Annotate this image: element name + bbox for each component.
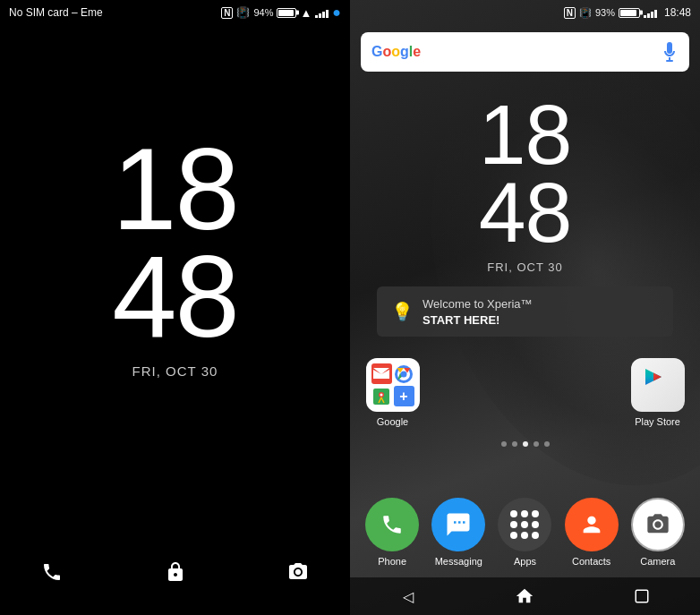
page-dot-1[interactable] — [501, 441, 507, 447]
messaging-icon — [431, 498, 485, 551]
lock-user-icon: ● — [332, 4, 341, 21]
home-battery-label: 93% — [595, 7, 615, 18]
lock-status-right: N 📳 94% ▲ ● — [221, 4, 341, 21]
welcome-banner[interactable]: 💡 Welcome to Xperia™ START HERE! — [377, 286, 673, 337]
home-battery-icon — [619, 8, 640, 18]
home-date: FRI, OCT 30 — [487, 261, 562, 274]
page-dots — [350, 441, 700, 447]
svg-rect-13 — [636, 590, 648, 602]
lock-unlock-button[interactable] — [159, 556, 192, 588]
welcome-title: Welcome to Xperia™ — [423, 297, 533, 311]
google-folder-label: Google — [377, 416, 408, 427]
vibrate-icon: 📳 — [236, 6, 250, 19]
svg-point-5 — [401, 371, 407, 377]
svg-rect-0 — [667, 42, 672, 54]
lock-time-container: 18 48 FRI, OCT 30 — [112, 0, 238, 538]
home-nfc-icon: N — [564, 7, 576, 19]
play-store-icon — [631, 358, 685, 412]
lock-battery-label: 94% — [253, 7, 273, 18]
lock-hour: 18 — [112, 131, 238, 247]
welcome-cta: START HERE! — [423, 313, 499, 327]
home-signal-icon — [644, 7, 657, 18]
apps-dock-label: Apps — [514, 556, 536, 567]
nav-home-button[interactable] — [507, 578, 542, 614]
google-search-input[interactable] — [426, 45, 661, 60]
apps-dock-item[interactable]: Apps — [496, 498, 554, 567]
bulb-icon: 💡 — [391, 301, 414, 322]
lock-date: FRI, OCT 30 — [132, 363, 218, 379]
phone-dock-label: Phone — [378, 556, 406, 567]
lock-wifi-icon: ▲ — [300, 6, 312, 20]
lock-screen: No SIM card – Eme N 📳 94% ▲ ● — [0, 0, 350, 615]
lock-bottom-actions — [0, 538, 350, 606]
page-dot-4[interactable] — [534, 441, 539, 447]
play-store-label: Play Store — [635, 416, 680, 427]
phone-dock-item[interactable]: Phone — [363, 498, 422, 567]
apps-icon — [498, 498, 551, 551]
home-vibrate-icon: 📳 — [579, 7, 592, 19]
home-time-container: 18 48 FRI, OCT 30 — [350, 92, 700, 274]
play-store-item[interactable]: Play Store — [628, 358, 687, 427]
lock-battery-icon — [277, 8, 296, 18]
contacts-dock-label: Contacts — [572, 556, 610, 567]
messaging-dock-label: Messaging — [435, 556, 482, 567]
home-screen: N 📳 93% 18:48 Google — [350, 0, 700, 615]
contacts-dock-item[interactable]: Contacts — [562, 498, 620, 567]
google-mic-icon[interactable] — [661, 40, 679, 64]
camera-dock-item[interactable]: Camera — [628, 498, 687, 567]
google-search-bar[interactable]: Google — [361, 32, 689, 72]
nav-back-button[interactable]: ◁ — [390, 578, 426, 614]
messaging-dock-item[interactable]: Messaging — [430, 498, 488, 567]
phone-icon — [365, 498, 419, 551]
home-nav-bar: ◁ — [350, 577, 700, 615]
home-dock: Phone Messaging — [350, 491, 700, 577]
google-folder-item[interactable]: + Google — [363, 358, 422, 427]
lock-camera-button[interactable] — [282, 556, 314, 588]
camera-dock-label: Camera — [640, 556, 675, 567]
welcome-text: Welcome to Xperia™ START HERE! — [423, 295, 533, 328]
home-apps-row: + Google — [350, 349, 700, 436]
page-dot-2[interactable] — [512, 441, 517, 447]
home-status-bar: N 📳 93% 18:48 — [350, 0, 700, 25]
svg-point-8 — [380, 393, 383, 396]
google-folder-icon: + — [366, 358, 420, 412]
home-minute: 48 — [479, 170, 572, 255]
page-dot-5[interactable] — [544, 441, 550, 447]
home-clock: 18:48 — [664, 6, 691, 19]
lock-phone-button[interactable] — [36, 556, 68, 588]
svg-marker-12 — [653, 373, 662, 381]
camera-icon — [631, 498, 685, 551]
google-logo: Google — [371, 44, 421, 60]
home-status-right: N 📳 93% 18:48 — [564, 6, 691, 19]
lock-signal-icon — [315, 7, 329, 18]
svg-rect-2 — [666, 60, 673, 62]
nav-recents-button[interactable] — [624, 578, 660, 614]
page-dot-3[interactable] — [523, 441, 528, 447]
lock-minute: 48 — [112, 238, 238, 354]
contacts-icon — [565, 498, 619, 551]
